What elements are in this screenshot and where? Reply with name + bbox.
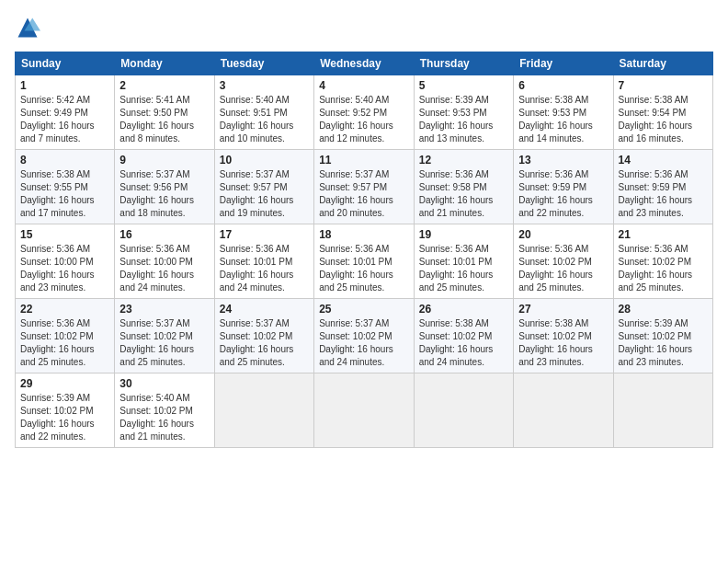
- table-row: [414, 373, 513, 448]
- day-number: 26: [419, 303, 508, 316]
- day-info: Sunrise: 5:40 AM Sunset: 9:51 PM Dayligh…: [220, 94, 309, 145]
- table-row: 7 Sunrise: 5:38 AM Sunset: 9:54 PM Dayli…: [613, 75, 713, 150]
- day-info: Sunrise: 5:37 AM Sunset: 10:02 PM Daylig…: [119, 317, 209, 369]
- table-row: 2 Sunrise: 5:41 AM Sunset: 9:50 PM Dayli…: [115, 75, 214, 150]
- day-number: 10: [220, 154, 309, 167]
- table-row: [613, 373, 713, 448]
- logo-icon: [15, 15, 40, 40]
- day-info: Sunrise: 5:36 AM Sunset: 10:01 PM Daylig…: [319, 243, 409, 294]
- day-info: Sunrise: 5:40 AM Sunset: 9:52 PM Dayligh…: [319, 94, 409, 145]
- day-info: Sunrise: 5:36 AM Sunset: 10:01 PM Daylig…: [220, 243, 309, 294]
- table-row: 22 Sunrise: 5:36 AM Sunset: 10:02 PM Day…: [16, 299, 115, 373]
- day-info: Sunrise: 5:37 AM Sunset: 9:56 PM Dayligh…: [119, 168, 209, 220]
- day-info: Sunrise: 5:38 AM Sunset: 9:55 PM Dayligh…: [20, 168, 109, 220]
- day-info: Sunrise: 5:36 AM Sunset: 9:59 PM Dayligh…: [619, 168, 709, 220]
- day-number: 8: [20, 154, 109, 167]
- day-info: Sunrise: 5:36 AM Sunset: 9:58 PM Dayligh…: [419, 168, 508, 220]
- day-number: 7: [619, 79, 709, 92]
- day-number: 20: [518, 228, 608, 241]
- day-info: Sunrise: 5:36 AM Sunset: 10:00 PM Daylig…: [119, 243, 209, 294]
- day-info: Sunrise: 5:37 AM Sunset: 10:02 PM Daylig…: [220, 317, 309, 369]
- table-row: 10 Sunrise: 5:37 AM Sunset: 9:57 PM Dayl…: [214, 150, 313, 224]
- table-row: 26 Sunrise: 5:38 AM Sunset: 10:02 PM Day…: [414, 299, 513, 373]
- day-number: 29: [20, 377, 109, 390]
- day-number: 18: [319, 228, 409, 241]
- day-info: Sunrise: 5:38 AM Sunset: 9:54 PM Dayligh…: [619, 94, 709, 145]
- day-info: Sunrise: 5:37 AM Sunset: 9:57 PM Dayligh…: [319, 168, 409, 220]
- day-number: 28: [619, 303, 709, 316]
- day-number: 15: [20, 228, 109, 241]
- table-row: 23 Sunrise: 5:37 AM Sunset: 10:02 PM Day…: [115, 299, 214, 373]
- table-row: [214, 373, 313, 448]
- table-row: 25 Sunrise: 5:37 AM Sunset: 10:02 PM Day…: [314, 299, 415, 373]
- table-row: [514, 373, 613, 448]
- table-row: 5 Sunrise: 5:39 AM Sunset: 9:53 PM Dayli…: [414, 75, 513, 150]
- header-monday: Monday: [115, 52, 214, 75]
- day-number: 9: [119, 154, 209, 167]
- day-info: Sunrise: 5:39 AM Sunset: 10:02 PM Daylig…: [619, 317, 709, 369]
- table-row: 1 Sunrise: 5:42 AM Sunset: 9:49 PM Dayli…: [16, 75, 115, 150]
- table-row: 15 Sunrise: 5:36 AM Sunset: 10:00 PM Day…: [16, 224, 115, 299]
- day-info: Sunrise: 5:39 AM Sunset: 10:02 PM Daylig…: [20, 392, 109, 443]
- header-sunday: Sunday: [16, 52, 115, 75]
- header: [15, 15, 713, 40]
- logo: [15, 15, 44, 40]
- day-number: 11: [319, 154, 409, 167]
- table-row: 18 Sunrise: 5:36 AM Sunset: 10:01 PM Day…: [314, 224, 415, 299]
- day-info: Sunrise: 5:42 AM Sunset: 9:49 PM Dayligh…: [20, 94, 109, 145]
- day-number: 17: [220, 228, 309, 241]
- day-info: Sunrise: 5:36 AM Sunset: 10:02 PM Daylig…: [619, 243, 709, 294]
- table-row: 9 Sunrise: 5:37 AM Sunset: 9:56 PM Dayli…: [115, 150, 214, 224]
- header-thursday: Thursday: [414, 52, 513, 75]
- table-row: 19 Sunrise: 5:36 AM Sunset: 10:01 PM Day…: [414, 224, 513, 299]
- day-info: Sunrise: 5:38 AM Sunset: 9:53 PM Dayligh…: [518, 94, 608, 145]
- weekday-header-row: Sunday Monday Tuesday Wednesday Thursday…: [16, 52, 713, 75]
- calendar-table: Sunday Monday Tuesday Wednesday Thursday…: [15, 52, 713, 448]
- day-number: 13: [518, 154, 608, 167]
- table-row: 16 Sunrise: 5:36 AM Sunset: 10:00 PM Day…: [115, 224, 214, 299]
- table-row: 28 Sunrise: 5:39 AM Sunset: 10:02 PM Day…: [613, 299, 713, 373]
- day-number: 16: [119, 228, 209, 241]
- day-number: 30: [119, 377, 209, 390]
- header-saturday: Saturday: [613, 52, 713, 75]
- day-number: 12: [419, 154, 508, 167]
- day-info: Sunrise: 5:36 AM Sunset: 10:01 PM Daylig…: [419, 243, 508, 294]
- day-info: Sunrise: 5:36 AM Sunset: 10:02 PM Daylig…: [518, 243, 608, 294]
- table-row: 8 Sunrise: 5:38 AM Sunset: 9:55 PM Dayli…: [16, 150, 115, 224]
- day-info: Sunrise: 5:41 AM Sunset: 9:50 PM Dayligh…: [119, 94, 209, 145]
- day-number: 25: [319, 303, 409, 316]
- day-info: Sunrise: 5:36 AM Sunset: 10:00 PM Daylig…: [20, 243, 109, 294]
- table-row: 6 Sunrise: 5:38 AM Sunset: 9:53 PM Dayli…: [514, 75, 613, 150]
- table-row: 27 Sunrise: 5:38 AM Sunset: 10:02 PM Day…: [514, 299, 613, 373]
- day-number: 2: [119, 79, 209, 92]
- day-number: 19: [419, 228, 508, 241]
- table-row: [314, 373, 415, 448]
- day-number: 3: [220, 79, 309, 92]
- day-info: Sunrise: 5:36 AM Sunset: 10:02 PM Daylig…: [20, 317, 109, 369]
- day-number: 5: [419, 79, 508, 92]
- header-friday: Friday: [514, 52, 613, 75]
- table-row: 13 Sunrise: 5:36 AM Sunset: 9:59 PM Dayl…: [514, 150, 613, 224]
- table-row: 11 Sunrise: 5:37 AM Sunset: 9:57 PM Dayl…: [314, 150, 415, 224]
- day-info: Sunrise: 5:38 AM Sunset: 10:02 PM Daylig…: [419, 317, 508, 369]
- table-row: 30 Sunrise: 5:40 AM Sunset: 10:02 PM Day…: [115, 373, 214, 448]
- day-info: Sunrise: 5:37 AM Sunset: 9:57 PM Dayligh…: [220, 168, 309, 220]
- table-row: 20 Sunrise: 5:36 AM Sunset: 10:02 PM Day…: [514, 224, 613, 299]
- table-row: 12 Sunrise: 5:36 AM Sunset: 9:58 PM Dayl…: [414, 150, 513, 224]
- table-row: 14 Sunrise: 5:36 AM Sunset: 9:59 PM Dayl…: [613, 150, 713, 224]
- table-row: 29 Sunrise: 5:39 AM Sunset: 10:02 PM Day…: [16, 373, 115, 448]
- day-info: Sunrise: 5:39 AM Sunset: 9:53 PM Dayligh…: [419, 94, 508, 145]
- table-row: 4 Sunrise: 5:40 AM Sunset: 9:52 PM Dayli…: [314, 75, 415, 150]
- day-info: Sunrise: 5:38 AM Sunset: 10:02 PM Daylig…: [518, 317, 608, 369]
- day-number: 27: [518, 303, 608, 316]
- header-tuesday: Tuesday: [214, 52, 313, 75]
- day-number: 24: [220, 303, 309, 316]
- table-row: 3 Sunrise: 5:40 AM Sunset: 9:51 PM Dayli…: [214, 75, 313, 150]
- day-number: 21: [619, 228, 709, 241]
- table-row: 17 Sunrise: 5:36 AM Sunset: 10:01 PM Day…: [214, 224, 313, 299]
- day-info: Sunrise: 5:40 AM Sunset: 10:02 PM Daylig…: [119, 392, 209, 443]
- day-number: 1: [20, 79, 109, 92]
- day-number: 4: [319, 79, 409, 92]
- day-number: 6: [518, 79, 608, 92]
- day-info: Sunrise: 5:37 AM Sunset: 10:02 PM Daylig…: [319, 317, 409, 369]
